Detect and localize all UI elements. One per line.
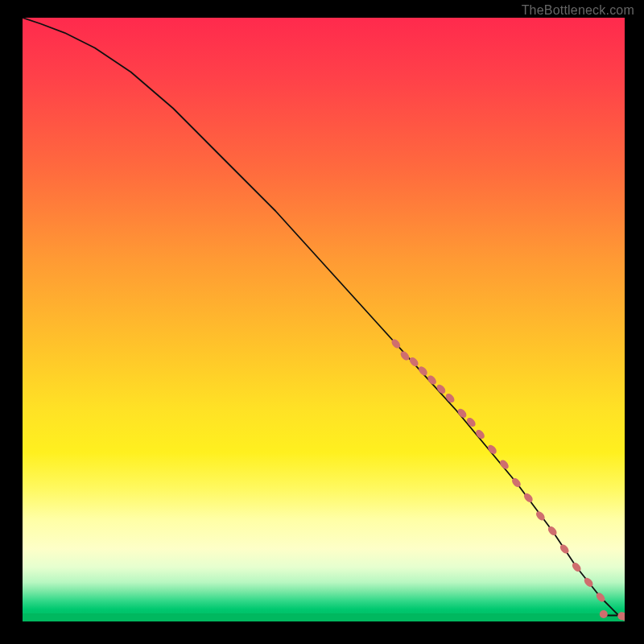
- final-cluster-point: [600, 610, 608, 618]
- chart-svg: [23, 18, 625, 621]
- bottleneck-points-group: [390, 337, 606, 603]
- bottleneck-point: [399, 349, 411, 361]
- plot-area: [23, 18, 625, 621]
- watermark-text: TheBottleneck.com: [522, 3, 634, 18]
- bottleneck-point: [547, 525, 559, 537]
- bottleneck-point: [408, 356, 420, 368]
- bottleneck-point: [417, 365, 429, 377]
- bottleneck-curve: [23, 18, 625, 617]
- bottleneck-point: [559, 543, 571, 555]
- final-cluster-group: [600, 610, 625, 621]
- chart-root: TheBottleneck.com: [0, 0, 644, 644]
